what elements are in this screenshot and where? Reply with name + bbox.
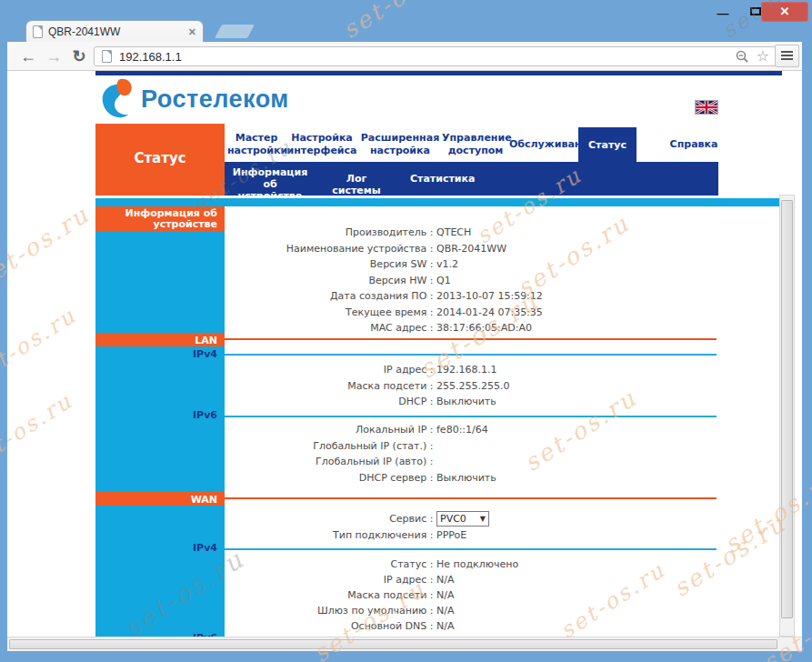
- zoom-icon[interactable]: [736, 50, 749, 64]
- lan-ipv6-divider: [225, 416, 717, 417]
- sidebar-item-device-info[interactable]: Информация об устройстве: [95, 206, 225, 231]
- info-row: Дата создания ПО2013-10-07 15:59:12: [225, 288, 720, 305]
- row-value: N/A: [436, 589, 454, 601]
- info-row: Тип подключенияPPPoE: [225, 527, 720, 544]
- subnav-bar: Информация об устройстве Лог системы Ста…: [225, 162, 718, 196]
- row-value: 2013-10-07 15:59:12: [436, 290, 543, 302]
- rostelecom-logo-icon: [98, 78, 135, 120]
- lan-divider: [225, 338, 717, 340]
- page-viewport: Ростелеком Мастер настройки Настройка ин…: [7, 71, 802, 637]
- info-row: Версия HWQ1: [225, 273, 720, 289]
- wan-ipv4-divider: [225, 548, 717, 550]
- back-button[interactable]: ←: [16, 45, 40, 68]
- row-value: Выключить: [436, 396, 496, 407]
- row-label: IP адрес: [225, 364, 436, 376]
- row-value: 192.168.1.1: [436, 364, 496, 376]
- row-value: Не подключено: [436, 558, 518, 570]
- row-value: N/A: [436, 620, 454, 632]
- row-label: MAC адрес: [225, 322, 436, 334]
- url-bar[interactable]: 192.168.1.1 ☆: [94, 46, 777, 66]
- info-row: Наименование устройстваQBR-2041WW: [225, 241, 720, 257]
- page-icon: [33, 25, 43, 38]
- row-label: DHCP: [225, 396, 436, 407]
- row-value: Q1: [436, 275, 451, 286]
- row-value: 38:17:66:05:AD:A0: [436, 322, 532, 334]
- browser-window: { "browser": { "tab_title": "QBR-2041WW"…: [0, 0, 812, 662]
- info-row: Локальный IPfe80::1/64: [225, 422, 720, 438]
- vertical-scrollbar-thumb[interactable]: [781, 200, 793, 618]
- lan-ipv6-section: Локальный IPfe80::1/64 Глобальный IP (ст…: [225, 422, 720, 486]
- row-label: Производитель: [225, 226, 436, 238]
- bookmark-star-icon[interactable]: ☆: [757, 49, 769, 64]
- rostelecom-logo: Ростелеком: [98, 78, 289, 120]
- subnav-statistics[interactable]: Статистика: [410, 173, 470, 185]
- info-row: Маска подсетиN/A: [225, 587, 720, 603]
- lan-ipv4-divider: [225, 354, 717, 356]
- row-value: N/A: [436, 605, 454, 617]
- row-label: Глобальный IP (стат.): [225, 440, 436, 452]
- forward-button[interactable]: →: [42, 45, 65, 68]
- sidebar-label-lan-ipv6: IPv6: [95, 409, 225, 421]
- info-row: Глобальный IP (авто): [225, 454, 720, 470]
- info-row: Версия SWv1.2: [225, 256, 720, 273]
- row-value: v1.2: [436, 258, 458, 270]
- sidebar-title: Статус: [95, 124, 225, 196]
- sidebar-label-lan-ipv4: IPv4: [95, 348, 225, 360]
- tab-rasshirennaya-nastroyka[interactable]: Расширенная настройка: [360, 127, 440, 162]
- tab-close-icon[interactable]: ✕: [188, 26, 196, 38]
- wan-ipv4-section: СтатусНе подключено IP адресN/A Маска по…: [225, 557, 720, 634]
- tab-master-nastroyki[interactable]: Мастер настройки: [227, 127, 286, 162]
- row-label: Дата создания ПО: [225, 290, 436, 302]
- row-value: fe80::1/64: [436, 424, 488, 436]
- row-label: Статус: [225, 558, 436, 570]
- page-icon: [102, 50, 112, 63]
- close-window-button[interactable]: ✕: [761, 2, 808, 22]
- info-row: Основной DNSN/A: [225, 618, 720, 634]
- row-label: DHCP сервер: [225, 472, 436, 484]
- subnav-system-log[interactable]: Лог системы: [325, 173, 388, 196]
- english-language-flag-icon[interactable]: [695, 100, 718, 115]
- tab-upravlenie-dostupom[interactable]: Управление доступом: [442, 127, 509, 162]
- row-label: Наименование устройства: [225, 243, 436, 255]
- device-info-section: ПроизводительQTECH Наименование устройст…: [225, 225, 720, 336]
- horizontal-scrollbar[interactable]: [7, 637, 802, 651]
- browser-tab[interactable]: QBR-2041WW ✕: [25, 20, 204, 43]
- info-row: MAC адрес38:17:66:05:AD:A0: [225, 320, 720, 336]
- url-text[interactable]: 192.168.1.1: [119, 50, 728, 64]
- row-value: PPPoE: [436, 529, 466, 541]
- new-tab-button[interactable]: [215, 25, 255, 38]
- row-label: IP адрес: [225, 574, 436, 586]
- info-row: ПроизводительQTECH: [225, 225, 720, 241]
- info-row: СтатусНе подключено: [225, 557, 720, 572]
- row-label: Шлюз по умолчанию: [225, 605, 436, 617]
- reload-button[interactable]: ↻: [67, 45, 91, 68]
- sidebar-item-wan[interactable]: WAN: [95, 492, 225, 506]
- row-label: Тип подключения: [225, 529, 436, 541]
- tab-nastroyka-interfeysa[interactable]: Настройка интерфейса: [286, 127, 358, 162]
- info-row: IP адрес192.168.1.1: [225, 362, 720, 378]
- subnav-device-info[interactable]: Информация об устройстве: [232, 166, 308, 202]
- service-select-value: PVC0: [440, 513, 466, 525]
- row-label: Маска подсети: [225, 380, 436, 392]
- cyan-divider-band: [95, 198, 780, 206]
- service-select[interactable]: PVC0 ▼: [436, 511, 489, 527]
- row-value: Выключить: [436, 472, 496, 484]
- row-label: Маска подсети: [225, 589, 436, 601]
- watermark: set-os.ru: [337, 0, 460, 44]
- row-value: QBR-2041WW: [436, 243, 506, 255]
- info-row: Глобальный IP (стат.): [225, 438, 720, 455]
- row-label: Текущее время: [225, 306, 436, 318]
- tab-spravka[interactable]: Справка: [658, 127, 729, 162]
- info-row: Маска подсети255.255.255.0: [225, 378, 720, 395]
- horizontal-scrollbar-thumb[interactable]: [9, 639, 777, 649]
- sidebar-item-lan[interactable]: LAN: [95, 333, 225, 346]
- sidebar-label-wan-ipv4: IPv4: [95, 542, 225, 554]
- chevron-down-icon: ▼: [480, 515, 486, 523]
- vertical-scrollbar[interactable]: [779, 195, 795, 637]
- info-row: IP адресN/A: [225, 572, 720, 587]
- info-row: Текущее время2014-01-24 07:35:35: [225, 305, 720, 321]
- menu-button[interactable]: [775, 45, 799, 67]
- row-value: 2014-01-24 07:35:35: [436, 306, 543, 318]
- browser-toolbar: ← → ↻ 192.168.1.1 ☆: [7, 42, 802, 71]
- minimize-button[interactable]: —: [711, 4, 735, 19]
